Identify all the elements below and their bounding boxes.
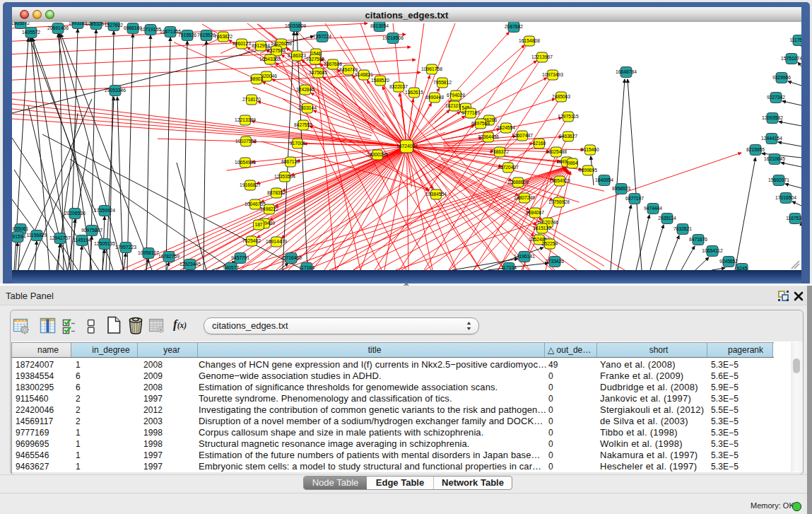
svg-text:10046755: 10046755 (245, 201, 266, 206)
svg-text:187: 187 (254, 222, 262, 227)
svg-text:2935114: 2935114 (658, 216, 676, 221)
svg-text:9146821: 9146821 (355, 72, 373, 77)
svg-text:15692071: 15692071 (768, 177, 789, 182)
svg-text:2367608: 2367608 (324, 62, 342, 66)
svg-text:12923445: 12923445 (180, 262, 201, 267)
svg-text:9245: 9245 (737, 266, 748, 270)
svg-text:9457791: 9457791 (231, 255, 249, 260)
svg-text:6497568: 6497568 (471, 121, 490, 126)
svg-text:7485063: 7485063 (552, 94, 570, 99)
svg-text:10973493: 10973493 (542, 72, 563, 77)
svg-text:19756928: 19756928 (548, 199, 570, 204)
svg-text:18724007: 18724007 (396, 144, 418, 148)
svg-text:10607487: 10607487 (512, 133, 533, 138)
svg-text:8960123: 8960123 (233, 41, 251, 46)
svg-text:252254: 252254 (542, 241, 558, 246)
svg-text:7515526: 7515526 (178, 33, 196, 37)
svg-text:1117515: 1117515 (789, 37, 801, 42)
svg-text:6794028: 6794028 (447, 93, 465, 98)
svg-text:14196141: 14196141 (514, 254, 535, 259)
svg-text:117164: 117164 (299, 265, 314, 270)
svg-text:9084067: 9084067 (526, 210, 544, 215)
svg-text:8813054: 8813054 (370, 23, 389, 28)
svg-text:1167533: 1167533 (786, 216, 801, 221)
svg-text:5498222: 5498222 (260, 206, 278, 211)
svg-text:1733426: 1733426 (546, 259, 564, 264)
svg-text:1588520: 1588520 (371, 78, 389, 83)
svg-text:10958107: 10958107 (138, 250, 159, 255)
svg-text:7955812: 7955812 (433, 80, 452, 85)
svg-text:10025488: 10025488 (546, 149, 567, 154)
svg-text:12444154: 12444154 (761, 136, 782, 141)
svg-text:13226058: 13226058 (271, 41, 292, 46)
svg-text:9864: 9864 (567, 160, 578, 165)
svg-text:8878352: 8878352 (267, 190, 286, 195)
svg-text:17016504: 17016504 (775, 195, 796, 200)
svg-text:7357224: 7357224 (313, 34, 331, 39)
svg-text:1527602: 1527602 (105, 23, 123, 28)
svg-text:9474444: 9474444 (644, 206, 662, 211)
svg-text:2087682: 2087682 (505, 24, 523, 29)
svg-text:17359924: 17359924 (94, 208, 115, 213)
svg-text:10853267: 10853267 (86, 22, 107, 26)
svg-text:8454749: 8454749 (339, 67, 358, 72)
svg-text:98903: 98903 (250, 76, 264, 81)
svg-text:2718170: 2718170 (242, 97, 261, 102)
svg-text:16154808: 16154808 (519, 38, 540, 43)
svg-text:9327508: 9327508 (306, 57, 324, 62)
svg-text:90975887: 90975887 (81, 228, 102, 233)
svg-text:940577: 940577 (223, 265, 240, 270)
svg-text:10719155: 10719155 (140, 27, 161, 32)
svg-text:1145194: 1145194 (73, 238, 91, 243)
svg-text:16648784: 16648784 (616, 69, 637, 74)
svg-text:9327503: 9327503 (267, 48, 286, 53)
svg-text:1362615: 1362615 (405, 90, 423, 95)
svg-text:10654983: 10654983 (235, 160, 256, 165)
svg-text:6877197: 6877197 (625, 196, 644, 201)
svg-text:8186323: 8186323 (288, 53, 306, 58)
svg-text:1615132: 1615132 (533, 226, 551, 230)
svg-text:3624554: 3624554 (497, 125, 515, 130)
svg-text:12093582: 12093582 (762, 115, 783, 120)
svg-text:9245652: 9245652 (719, 259, 738, 264)
svg-text:10654112: 10654112 (702, 248, 723, 253)
svg-text:10688609: 10688609 (507, 180, 529, 185)
svg-text:9777169: 9777169 (461, 110, 480, 115)
svg-text:7632621: 7632621 (673, 226, 692, 231)
svg-text:1993186: 1993186 (69, 22, 87, 25)
svg-text:7663822: 7663822 (214, 34, 233, 39)
svg-text:12353594: 12353594 (274, 174, 295, 179)
svg-text:7386372: 7386372 (490, 149, 509, 154)
svg-text:16543362: 16543362 (259, 57, 281, 62)
svg-text:7625402: 7625402 (242, 238, 261, 243)
svg-text:8867130: 8867130 (281, 159, 300, 164)
svg-text:9329966: 9329966 (772, 75, 791, 80)
svg-text:9115460: 9115460 (581, 147, 599, 152)
svg-text:1640954: 1640954 (595, 177, 613, 182)
svg-text:18300295: 18300295 (367, 152, 388, 157)
svg-text:16782759: 16782759 (158, 254, 180, 259)
svg-text:12942757: 12942757 (49, 235, 71, 240)
svg-text:917006: 917006 (290, 141, 306, 146)
svg-text:10107553: 10107553 (235, 139, 257, 144)
svg-text:16210645: 16210645 (764, 156, 785, 161)
svg-text:8912954: 8912954 (252, 43, 270, 48)
svg-text:12213389: 12213389 (235, 117, 256, 122)
svg-text:12213967: 12213967 (531, 54, 553, 59)
svg-text:9899695: 9899695 (579, 168, 597, 173)
svg-text:391594: 391594 (12, 234, 25, 239)
svg-text:10961758: 10961758 (421, 66, 442, 71)
svg-text:19654923: 19654923 (549, 178, 570, 183)
svg-text:8427552: 8427552 (294, 122, 312, 127)
svg-text:15716485: 15716485 (281, 255, 302, 260)
svg-text:11156829: 11156829 (27, 233, 47, 238)
svg-text:29053346: 29053346 (105, 88, 126, 93)
svg-text:8322037: 8322037 (389, 84, 408, 89)
svg-text:15751074: 15751074 (781, 56, 801, 61)
svg-text:8215955: 8215955 (746, 147, 765, 152)
svg-text:20206536: 20206536 (64, 211, 86, 216)
svg-text:16914479: 16914479 (266, 239, 287, 244)
svg-text:3375685: 3375685 (309, 70, 327, 75)
svg-text:1405572: 1405572 (22, 30, 40, 35)
svg-text:18807249: 18807249 (514, 195, 535, 200)
